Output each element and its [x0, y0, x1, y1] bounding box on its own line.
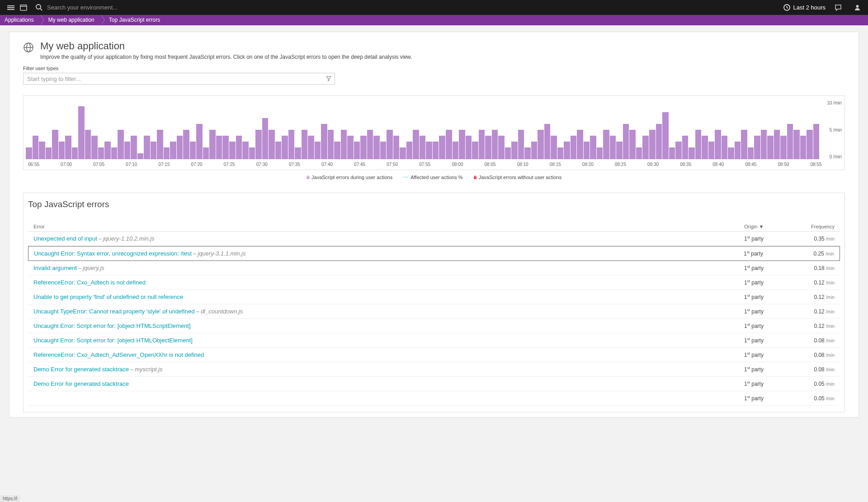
chart-bar[interactable]: [85, 130, 91, 159]
error-row[interactable]: Demo Error for generated stacktrace–mysc…: [28, 362, 840, 377]
chart-bar[interactable]: [249, 147, 255, 159]
error-link[interactable]: Uncaught Error: Script error for: [objec…: [33, 322, 191, 329]
chart-bar[interactable]: [354, 142, 360, 159]
chart-bar[interactable]: [741, 130, 747, 159]
chart-bar[interactable]: [275, 142, 282, 159]
chart-bar[interactable]: [177, 136, 183, 159]
chart-bar[interactable]: [209, 130, 216, 159]
chart-bar[interactable]: [46, 147, 52, 159]
dashboard-icon[interactable]: [17, 1, 30, 14]
chart-bar[interactable]: [65, 136, 71, 159]
filter-input[interactable]: [23, 73, 335, 85]
chart-bar[interactable]: [387, 130, 393, 159]
time-range-selector[interactable]: Last 2 hours: [783, 4, 826, 11]
chart-bar[interactable]: [255, 130, 262, 159]
breadcrumb-app[interactable]: My web application: [40, 15, 101, 25]
user-icon[interactable]: [851, 1, 863, 14]
chart-bar[interactable]: [380, 142, 387, 159]
chart-bar[interactable]: [334, 142, 340, 159]
chart-bar[interactable]: [669, 147, 675, 159]
chart-bar[interactable]: [702, 136, 708, 159]
chart-bar[interactable]: [610, 136, 616, 159]
error-row[interactable]: Invalid argument–jquery.js1st party0.18 …: [28, 261, 840, 275]
chart-bar[interactable]: [406, 142, 413, 159]
chart-bar[interactable]: [104, 142, 111, 159]
chart-bar[interactable]: [170, 142, 176, 159]
error-row[interactable]: Uncaught Error: Script error for: [objec…: [28, 319, 840, 333]
error-link[interactable]: Demo Error for generated stacktrace: [33, 380, 129, 387]
chart-bar[interactable]: [564, 142, 570, 159]
chart-bar[interactable]: [269, 130, 275, 159]
chart-bar[interactable]: [124, 142, 131, 159]
chart-bar[interactable]: [144, 136, 150, 159]
search-input[interactable]: [47, 4, 228, 11]
chart-bar[interactable]: [347, 136, 354, 159]
chart-bar[interactable]: [708, 142, 715, 159]
chart-bar[interactable]: [39, 142, 45, 159]
chart-bar[interactable]: [433, 142, 439, 159]
chart-bar[interactable]: [577, 130, 583, 159]
chart-bar[interactable]: [282, 136, 288, 159]
error-row[interactable]: Uncaught Error: Script error for: [objec…: [28, 333, 840, 348]
chart-bar[interactable]: [761, 130, 767, 159]
chart-bars[interactable]: [24, 100, 822, 159]
error-link[interactable]: Uncaught TypeError: Cannot read property…: [33, 308, 195, 315]
col-frequency-header[interactable]: Frequency: [794, 224, 835, 229]
chart-bar[interactable]: [584, 142, 590, 159]
chart-bar[interactable]: [413, 130, 419, 159]
error-link[interactable]: Demo Error for generated stacktrace: [33, 366, 129, 373]
error-link[interactable]: Unable to get property 'find' of undefin…: [33, 294, 183, 300]
breadcrumb-errors[interactable]: Top JavaScript errors: [101, 15, 166, 25]
chart-bar[interactable]: [72, 147, 78, 159]
chart-bar[interactable]: [288, 130, 295, 159]
chart-bar[interactable]: [656, 124, 662, 159]
chart-bar[interactable]: [616, 142, 623, 159]
error-row[interactable]: ReferenceError: Cxo_Adtech_AdServer_Open…: [28, 348, 840, 362]
chart-bar[interactable]: [183, 130, 189, 159]
error-row[interactable]: Demo Error for generated stacktrace1st p…: [28, 377, 840, 391]
chart-bar[interactable]: [571, 136, 577, 159]
chart-bar[interactable]: [623, 124, 629, 159]
chart-bar[interactable]: [557, 147, 564, 159]
chart-bar[interactable]: [98, 147, 104, 159]
chart-bar[interactable]: [524, 147, 531, 159]
chart-bar[interactable]: [360, 136, 367, 159]
chart-bar[interactable]: [695, 130, 702, 159]
chart-bar[interactable]: [780, 136, 787, 159]
chart-bar[interactable]: [222, 136, 229, 159]
chart-bar[interactable]: [439, 136, 445, 159]
chart-bar[interactable]: [774, 130, 780, 159]
chart-bar[interactable]: [400, 147, 406, 159]
error-link[interactable]: ReferenceError: Cxo_Adtech_AdServer_Open…: [33, 351, 204, 358]
chart-bar[interactable]: [328, 130, 334, 159]
chart-bar[interactable]: [91, 136, 98, 159]
chart-bar[interactable]: [590, 136, 596, 159]
search-icon[interactable]: [33, 1, 45, 14]
chart-bar[interactable]: [393, 136, 400, 159]
chart-bar[interactable]: [505, 147, 511, 159]
error-row[interactable]: 1st party0.05 /min: [28, 391, 840, 406]
error-row[interactable]: Uncaught Error: Syntax error, unrecogniz…: [28, 246, 840, 261]
chart-bar[interactable]: [151, 142, 157, 159]
chart-bar[interactable]: [459, 130, 465, 159]
error-row[interactable]: Uncaught TypeError: Cannot read property…: [28, 304, 840, 319]
chart-bar[interactable]: [190, 142, 196, 159]
menu-icon[interactable]: [5, 1, 17, 14]
chart-bar[interactable]: [131, 136, 137, 159]
error-row[interactable]: Unexpected end of input–jquery-1.10.2.mi…: [28, 232, 840, 246]
chart-bar[interactable]: [295, 147, 301, 159]
chart-bar[interactable]: [479, 130, 485, 159]
chart-bar[interactable]: [735, 142, 741, 159]
chart-bar[interactable]: [754, 136, 760, 159]
chart-bar[interactable]: [492, 130, 498, 159]
chart-bar[interactable]: [682, 136, 689, 159]
chart-bar[interactable]: [321, 124, 327, 159]
chart-bar[interactable]: [472, 142, 478, 159]
error-link[interactable]: ReferenceError: Cxo_Adtech is not define…: [33, 279, 146, 286]
chart-bar[interactable]: [33, 136, 39, 159]
chart-bar[interactable]: [518, 130, 524, 159]
chart-bar[interactable]: [629, 130, 636, 159]
error-link[interactable]: Uncaught Error: Syntax error, unrecogniz…: [34, 250, 192, 257]
chart-bar[interactable]: [229, 142, 236, 159]
chart-bar[interactable]: [538, 130, 544, 159]
